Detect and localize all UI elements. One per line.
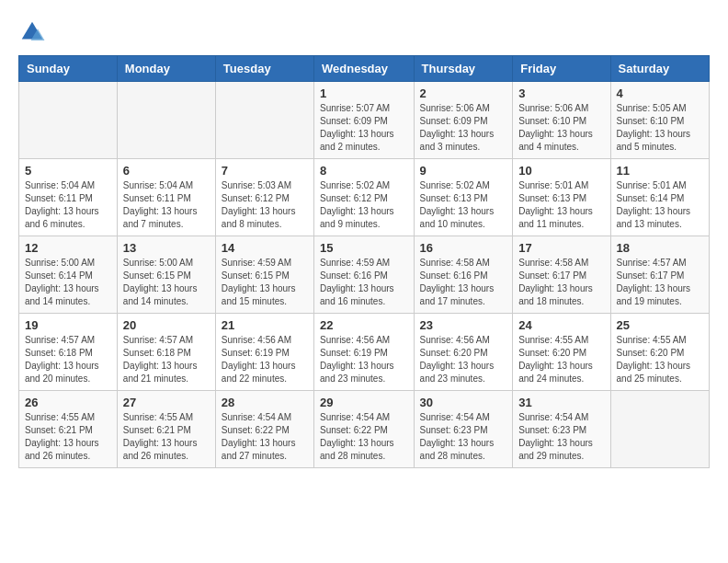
day-info: Sunrise: 4:59 AM Sunset: 6:15 PM Dayligh… — [222, 257, 308, 308]
calendar-cell: 20Sunrise: 4:57 AM Sunset: 6:18 PM Dayli… — [117, 314, 215, 391]
calendar-cell: 31Sunrise: 4:54 AM Sunset: 6:23 PM Dayli… — [513, 391, 610, 468]
day-info: Sunrise: 4:56 AM Sunset: 6:19 PM Dayligh… — [222, 334, 308, 385]
day-number: 15 — [320, 241, 408, 255]
calendar-cell: 6Sunrise: 5:04 AM Sunset: 6:11 PM Daylig… — [117, 159, 215, 236]
calendar-cell: 28Sunrise: 4:54 AM Sunset: 6:22 PM Dayli… — [215, 391, 313, 468]
calendar-cell: 10Sunrise: 5:01 AM Sunset: 6:13 PM Dayli… — [513, 159, 610, 236]
day-info: Sunrise: 5:01 AM Sunset: 6:13 PM Dayligh… — [518, 179, 604, 231]
day-info: Sunrise: 4:57 AM Sunset: 6:17 PM Dayligh… — [617, 257, 703, 308]
calendar-week-row: 5Sunrise: 5:04 AM Sunset: 6:11 PM Daylig… — [19, 159, 710, 236]
day-number: 28 — [222, 396, 308, 409]
day-info: Sunrise: 4:58 AM Sunset: 6:16 PM Dayligh… — [420, 257, 507, 308]
calendar-cell: 13Sunrise: 5:00 AM Sunset: 6:15 PM Dayli… — [117, 236, 215, 314]
calendar-cell: 12Sunrise: 5:00 AM Sunset: 6:14 PM Dayli… — [19, 236, 118, 314]
calendar-cell: 5Sunrise: 5:04 AM Sunset: 6:11 PM Daylig… — [19, 159, 118, 236]
day-number: 7 — [222, 164, 308, 178]
day-number: 2 — [420, 86, 507, 100]
day-info: Sunrise: 4:54 AM Sunset: 6:23 PM Dayligh… — [518, 411, 604, 463]
day-info: Sunrise: 5:04 AM Sunset: 6:11 PM Dayligh… — [123, 179, 210, 231]
day-info: Sunrise: 4:56 AM Sunset: 6:20 PM Dayligh… — [420, 334, 507, 385]
calendar-cell: 23Sunrise: 4:56 AM Sunset: 6:20 PM Dayli… — [414, 314, 513, 391]
day-info: Sunrise: 4:55 AM Sunset: 6:20 PM Dayligh… — [617, 334, 703, 385]
day-info: Sunrise: 5:03 AM Sunset: 6:12 PM Dayligh… — [222, 179, 308, 231]
day-info: Sunrise: 4:56 AM Sunset: 6:19 PM Dayligh… — [320, 334, 408, 385]
day-info: Sunrise: 5:01 AM Sunset: 6:14 PM Dayligh… — [617, 179, 703, 231]
calendar-cell: 30Sunrise: 4:54 AM Sunset: 6:23 PM Dayli… — [414, 391, 513, 468]
calendar-cell: 2Sunrise: 5:06 AM Sunset: 6:09 PM Daylig… — [414, 82, 513, 159]
calendar-cell: 9Sunrise: 5:02 AM Sunset: 6:13 PM Daylig… — [414, 159, 513, 236]
day-number: 13 — [123, 241, 210, 255]
day-info: Sunrise: 5:00 AM Sunset: 6:15 PM Dayligh… — [123, 257, 210, 308]
calendar-header-row: SundayMondayTuesdayWednesdayThursdayFrid… — [19, 56, 710, 82]
day-info: Sunrise: 5:07 AM Sunset: 6:09 PM Dayligh… — [320, 102, 408, 154]
day-number: 30 — [420, 396, 507, 409]
calendar-cell: 14Sunrise: 4:59 AM Sunset: 6:15 PM Dayli… — [215, 236, 313, 314]
day-number: 24 — [518, 318, 604, 332]
calendar-cell: 8Sunrise: 5:02 AM Sunset: 6:12 PM Daylig… — [314, 159, 415, 236]
calendar-cell: 19Sunrise: 4:57 AM Sunset: 6:18 PM Dayli… — [19, 314, 118, 391]
day-number: 31 — [518, 396, 604, 409]
day-number: 3 — [518, 86, 604, 100]
day-info: Sunrise: 4:55 AM Sunset: 6:20 PM Dayligh… — [518, 334, 604, 385]
day-number: 18 — [617, 241, 703, 255]
calendar-cell: 11Sunrise: 5:01 AM Sunset: 6:14 PM Dayli… — [610, 159, 709, 236]
calendar-cell: 21Sunrise: 4:56 AM Sunset: 6:19 PM Dayli… — [215, 314, 313, 391]
day-number: 5 — [25, 164, 111, 178]
day-header-thursday: Thursday — [414, 56, 513, 82]
day-info: Sunrise: 5:02 AM Sunset: 6:12 PM Dayligh… — [320, 179, 408, 231]
day-header-tuesday: Tuesday — [215, 56, 313, 82]
day-header-wednesday: Wednesday — [314, 56, 415, 82]
day-number: 12 — [25, 241, 111, 255]
page-header — [18, 18, 710, 46]
day-number: 16 — [420, 241, 507, 255]
day-info: Sunrise: 5:02 AM Sunset: 6:13 PM Dayligh… — [420, 179, 507, 231]
day-info: Sunrise: 4:54 AM Sunset: 6:22 PM Dayligh… — [222, 411, 308, 463]
calendar-cell: 16Sunrise: 4:58 AM Sunset: 6:16 PM Dayli… — [414, 236, 513, 314]
day-info: Sunrise: 4:54 AM Sunset: 6:23 PM Dayligh… — [420, 411, 507, 463]
day-info: Sunrise: 5:05 AM Sunset: 6:10 PM Dayligh… — [617, 102, 703, 154]
calendar-cell: 4Sunrise: 5:05 AM Sunset: 6:10 PM Daylig… — [610, 82, 709, 159]
day-number: 14 — [222, 241, 308, 255]
calendar-week-row: 12Sunrise: 5:00 AM Sunset: 6:14 PM Dayli… — [19, 236, 710, 314]
day-info: Sunrise: 4:54 AM Sunset: 6:22 PM Dayligh… — [320, 411, 408, 463]
day-number: 21 — [222, 318, 308, 332]
calendar-cell: 3Sunrise: 5:06 AM Sunset: 6:10 PM Daylig… — [513, 82, 610, 159]
day-number: 10 — [518, 164, 604, 178]
day-info: Sunrise: 4:55 AM Sunset: 6:21 PM Dayligh… — [25, 411, 111, 463]
day-header-friday: Friday — [513, 56, 610, 82]
day-info: Sunrise: 5:06 AM Sunset: 6:10 PM Dayligh… — [518, 102, 604, 154]
calendar-cell: 26Sunrise: 4:55 AM Sunset: 6:21 PM Dayli… — [19, 391, 118, 468]
calendar-cell: 25Sunrise: 4:55 AM Sunset: 6:20 PM Dayli… — [610, 314, 709, 391]
logo — [18, 18, 50, 46]
calendar-cell — [610, 391, 709, 468]
calendar-week-row: 19Sunrise: 4:57 AM Sunset: 6:18 PM Dayli… — [19, 314, 710, 391]
day-info: Sunrise: 4:58 AM Sunset: 6:17 PM Dayligh… — [518, 257, 604, 308]
day-number: 17 — [518, 241, 604, 255]
calendar-cell: 15Sunrise: 4:59 AM Sunset: 6:16 PM Dayli… — [314, 236, 415, 314]
calendar-week-row: 26Sunrise: 4:55 AM Sunset: 6:21 PM Dayli… — [19, 391, 710, 468]
calendar-cell: 27Sunrise: 4:55 AM Sunset: 6:21 PM Dayli… — [117, 391, 215, 468]
calendar-week-row: 1Sunrise: 5:07 AM Sunset: 6:09 PM Daylig… — [19, 82, 710, 159]
day-number: 1 — [320, 86, 408, 100]
day-number: 25 — [617, 318, 703, 332]
calendar-cell: 18Sunrise: 4:57 AM Sunset: 6:17 PM Dayli… — [610, 236, 709, 314]
day-number: 23 — [420, 318, 507, 332]
calendar-table: SundayMondayTuesdayWednesdayThursdayFrid… — [18, 55, 710, 468]
day-info: Sunrise: 4:59 AM Sunset: 6:16 PM Dayligh… — [320, 257, 408, 308]
day-info: Sunrise: 5:04 AM Sunset: 6:11 PM Dayligh… — [25, 179, 111, 231]
day-number: 26 — [25, 396, 111, 409]
day-number: 11 — [617, 164, 703, 178]
day-number: 19 — [25, 318, 111, 332]
calendar-cell — [215, 82, 313, 159]
calendar-cell: 17Sunrise: 4:58 AM Sunset: 6:17 PM Dayli… — [513, 236, 610, 314]
day-info: Sunrise: 5:06 AM Sunset: 6:09 PM Dayligh… — [420, 102, 507, 154]
day-number: 22 — [320, 318, 408, 332]
day-info: Sunrise: 5:00 AM Sunset: 6:14 PM Dayligh… — [25, 257, 111, 308]
day-number: 27 — [123, 396, 210, 409]
calendar-cell — [19, 82, 118, 159]
day-number: 20 — [123, 318, 210, 332]
calendar-cell: 29Sunrise: 4:54 AM Sunset: 6:22 PM Dayli… — [314, 391, 415, 468]
day-info: Sunrise: 4:57 AM Sunset: 6:18 PM Dayligh… — [123, 334, 210, 385]
day-number: 9 — [420, 164, 507, 178]
day-number: 4 — [617, 86, 703, 100]
